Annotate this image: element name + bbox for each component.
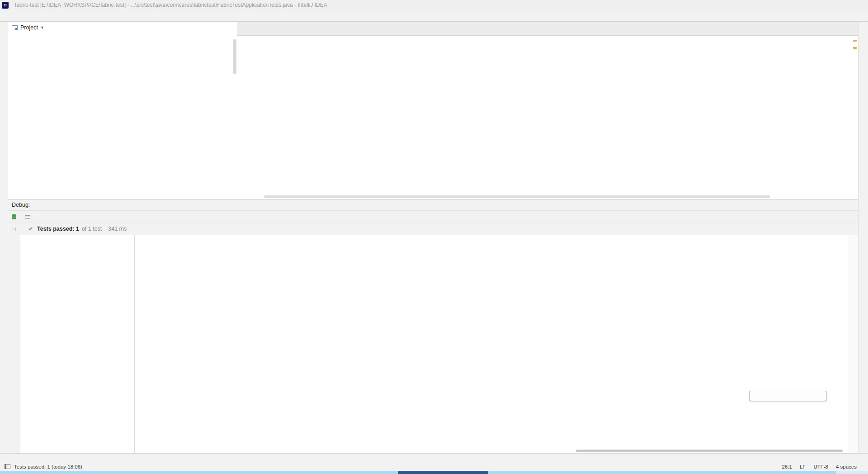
debug-label: Debug: xyxy=(12,202,30,208)
status-message: Tests passed: 1 (today 18:06) xyxy=(14,464,82,469)
debug-view-row xyxy=(8,210,858,223)
console-action-strip xyxy=(848,235,858,454)
tests-passed-detail: of 1 test – 341 ms xyxy=(82,226,127,232)
main-toolbar xyxy=(0,10,868,22)
intellij-idea-window: IJ fabric-test [E:\IDEA_WORKSPACE\fabric… xyxy=(0,0,868,474)
status-bar: Tests passed: 1 (today 18:06) 26:1 LF UT… xyxy=(0,462,868,471)
layout-menu-icon[interactable] xyxy=(24,213,31,220)
title-bar: IJ fabric-test [E:\IDEA_WORKSPACE\fabric… xyxy=(0,0,868,10)
editor-tabs xyxy=(237,22,858,36)
debug-tool-window: Debug: Tests passed: 1 of 1 test – 341 m… xyxy=(8,199,858,454)
project-view-dropdown-icon[interactable]: ▼ xyxy=(40,25,44,30)
right-tool-window-bar xyxy=(858,22,868,453)
debug-header-row: Debug: xyxy=(8,199,858,210)
left-tool-window-bar xyxy=(0,22,8,453)
window-title: fabric-test [E:\IDEA_WORKSPACE\fabric-te… xyxy=(15,2,864,8)
project-tree xyxy=(8,34,237,199)
editor-hscrollbar[interactable] xyxy=(264,195,770,198)
project-pane-title[interactable]: Project xyxy=(20,24,38,31)
debug-tool-icon xyxy=(10,213,18,220)
project-pane-header: Project ▼ xyxy=(8,22,237,33)
show-exec-icon[interactable] xyxy=(10,225,18,232)
code-editor[interactable] xyxy=(237,36,854,195)
tests-passed-text: Tests passed: 1 xyxy=(37,226,79,232)
toolwindow-toggle-icon[interactable] xyxy=(4,463,11,470)
idea-logo-icon: IJ xyxy=(2,2,9,9)
windows-taskbar[interactable] xyxy=(0,471,868,474)
editor-area xyxy=(237,22,858,199)
debug-content xyxy=(8,235,858,454)
caret-position[interactable]: 26:1 xyxy=(782,464,792,469)
test-results-tree xyxy=(20,235,135,454)
console-output[interactable] xyxy=(135,235,848,454)
tests-passed-icon xyxy=(27,225,34,232)
file-encoding[interactable]: UTF-8 xyxy=(813,464,828,469)
tool-window-bar xyxy=(0,453,868,462)
debugger-action-strip xyxy=(8,235,20,454)
inspection-marker[interactable] xyxy=(853,47,857,49)
project-tool-window: Project ▼ xyxy=(8,22,237,199)
ime-toolbar xyxy=(750,391,826,401)
test-toolbar-row: Tests passed: 1 of 1 test – 341 ms xyxy=(8,223,858,235)
project-tree-scrollbar[interactable] xyxy=(233,39,236,74)
inspection-marker[interactable] xyxy=(853,40,857,42)
project-view-icon xyxy=(11,24,18,31)
console-hscrollbar[interactable] xyxy=(576,450,843,452)
taskbar-active-app[interactable] xyxy=(398,471,488,474)
taskbar-tray[interactable] xyxy=(836,471,868,474)
test-status: Tests passed: 1 of 1 test – 341 ms xyxy=(27,225,127,232)
indent-style[interactable]: 4 spaces xyxy=(836,464,857,469)
line-separator[interactable]: LF xyxy=(800,464,806,469)
